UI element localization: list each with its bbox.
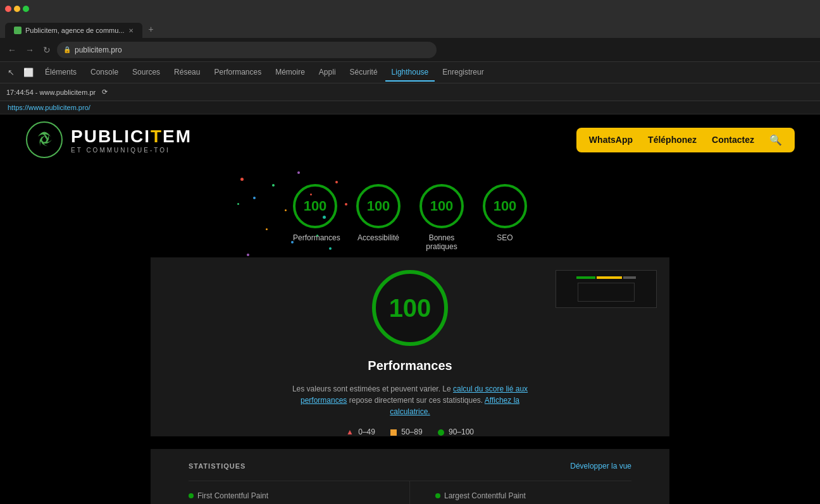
browser-tab-active[interactable]: Publicitem, agence de commu... ✕	[5, 23, 142, 38]
nav-whatsapp-link[interactable]: WhatsApp	[589, 135, 633, 145]
main-content: PUBLICITEM ET COMMUNIQUE-TOI WhatsApp Té…	[0, 114, 820, 504]
score-circle-accessibilite: 100	[356, 184, 401, 228]
cursor-tool-btn[interactable]: ↖	[4, 65, 18, 80]
tab-title: Publicitem, agence de commu...	[25, 27, 125, 34]
tab-console[interactable]: Console	[84, 64, 125, 82]
scores-row: 100 Performances 100 Accessibilité 100 B…	[0, 171, 820, 257]
device-toggle-btn[interactable]: ⬜	[20, 65, 37, 80]
performances-title: Performances	[189, 359, 631, 373]
logo-text: PUBLICITEM	[71, 126, 192, 147]
minimize-window-btn[interactable]	[14, 6, 20, 12]
logo-sub: ET COMMUNIQUE-TOI	[71, 147, 192, 154]
tab-close-icon[interactable]: ✕	[128, 27, 134, 34]
stat-fcp-label: First Contentful Paint	[189, 491, 384, 500]
score-value-performances: 100	[304, 198, 327, 214]
devtools-subbar: 17:44:54 - www.publicitem.pr ⟳	[0, 83, 820, 101]
stat-lcp-label: Largest Contentful Paint	[435, 491, 631, 500]
search-icon[interactable]: 🔍	[769, 134, 782, 146]
lighthouse-panel: 100 Performances Les valeurs sont estimé…	[151, 257, 669, 436]
legend-orange-range: 50–89	[401, 427, 422, 436]
perf-info-text: Les valeurs sont estimées et peuvent var…	[283, 383, 537, 417]
stat-fcp: First Contentful Paint 0,4 s	[189, 481, 410, 504]
orange-square-icon	[390, 429, 397, 436]
tab-favicon	[14, 27, 22, 34]
score-accessibilite: 100 Accessibilité	[356, 184, 401, 251]
score-circle-seo: 100	[483, 184, 527, 228]
score-label-accessibilite: Accessibilité	[357, 233, 399, 242]
stats-section: STATISTIQUES Développer la vue First Con…	[151, 449, 669, 504]
score-performances: 100 Performances	[293, 184, 337, 251]
stats-header: STATISTIQUES Développer la vue	[189, 462, 631, 470]
devtools-url-text: https://www.publicitem.pro/	[8, 104, 90, 111]
nav-contact-link[interactable]: Contactez	[712, 135, 754, 145]
scores-area: 100 Performances 100 Accessibilité 100 B…	[0, 165, 820, 257]
new-tab-btn[interactable]: +	[142, 20, 160, 38]
tab-reseau[interactable]: Réseau	[168, 64, 206, 82]
tab-appli[interactable]: Appli	[313, 64, 342, 82]
info-text-part2: repose directement sur ces statistiques.	[349, 396, 483, 405]
expand-view-btn[interactable]: Développer la vue	[570, 462, 631, 470]
address-bar-row: ← → ↻ 🔒 publicitem.pro	[0, 38, 820, 62]
site-logo: PUBLICITEM ET COMMUNIQUE-TOI	[25, 121, 192, 159]
legend-orange: 50–89	[390, 427, 423, 436]
stats-title: STATISTIQUES	[189, 462, 245, 470]
score-bonnes-pratiques: 100 Bonnes pratiques	[419, 184, 464, 251]
score-value-accessibilite: 100	[367, 198, 390, 214]
tab-securite[interactable]: Sécurité	[344, 64, 384, 82]
devtools-toolbar: ↖ ⬜ Éléments Console Sources Réseau Perf…	[0, 62, 820, 83]
score-circle-bonnes-pratiques: 100	[419, 184, 464, 228]
subbar-refresh-icon[interactable]: ⟳	[102, 88, 108, 96]
devtools-url-bar: https://www.publicitem.pro/	[0, 101, 820, 114]
tab-elements[interactable]: Éléments	[39, 64, 83, 82]
tab-memoire[interactable]: Mémoire	[269, 64, 311, 82]
score-seo: 100 SEO	[483, 184, 527, 251]
info-text-part1: Les valeurs sont estimées et peuvent var…	[292, 384, 453, 393]
stat-lcp: Largest Contentful Paint 0,5 s	[410, 481, 631, 504]
score-label-bonnes-pratiques: Bonnes pratiques	[419, 233, 464, 251]
site-header: PUBLICITEM ET COMMUNIQUE-TOI WhatsApp Té…	[0, 114, 820, 165]
big-score-circle: 100	[372, 270, 448, 346]
maximize-window-btn[interactable]	[23, 6, 29, 12]
green-circle-icon	[438, 429, 444, 436]
tab-enregistreur[interactable]: Enregistreur	[436, 64, 490, 82]
stat-fcp-dot	[189, 493, 194, 498]
back-button[interactable]: ←	[5, 42, 19, 58]
stats-grid: First Contentful Paint 0,4 s Largest Con…	[189, 481, 631, 504]
tab-sources[interactable]: Sources	[126, 64, 166, 82]
site-nav-right: WhatsApp Téléphonez Contactez 🔍	[576, 128, 795, 152]
legend-green: 90–100	[438, 427, 474, 436]
tab-lighthouse[interactable]: Lighthouse	[385, 64, 435, 82]
address-bar[interactable]: 🔒 publicitem.pro	[57, 42, 437, 58]
preview-thumbnail	[556, 270, 657, 308]
nav-telephone-link[interactable]: Téléphonez	[648, 135, 697, 145]
score-circle-performances: 100	[293, 184, 337, 228]
window-controls	[5, 6, 29, 12]
score-value-seo: 100	[494, 198, 517, 214]
score-label-seo: SEO	[497, 233, 512, 242]
score-label-performances: Performances	[293, 233, 337, 242]
subbar-time: 17:44:54 - www.publicitem.pr	[6, 89, 96, 96]
stat-lcp-dot	[435, 493, 440, 498]
security-icon: 🔒	[63, 46, 71, 53]
score-value-bonnes-pratiques: 100	[430, 198, 454, 214]
url-display: publicitem.pro	[75, 46, 122, 54]
browser-chrome	[0, 0, 820, 18]
legend-red-range: 0–49	[358, 427, 375, 436]
refresh-button[interactable]: ↻	[40, 42, 53, 58]
tab-bar: Publicitem, agence de commu... ✕ +	[0, 18, 820, 38]
logo-icon	[25, 121, 63, 159]
big-score-value: 100	[389, 294, 432, 323]
triangle-icon: ▲	[346, 427, 354, 436]
tab-performances[interactable]: Performances	[208, 64, 268, 82]
svg-point-0	[27, 122, 62, 157]
legend-row: ▲ 0–49 50–89 90–100	[189, 427, 631, 436]
legend-green-range: 90–100	[449, 427, 474, 436]
logo-text-container: PUBLICITEM ET COMMUNIQUE-TOI	[71, 126, 192, 154]
forward-button[interactable]: →	[23, 42, 37, 58]
legend-red: ▲ 0–49	[346, 427, 375, 436]
close-window-btn[interactable]	[5, 6, 11, 12]
